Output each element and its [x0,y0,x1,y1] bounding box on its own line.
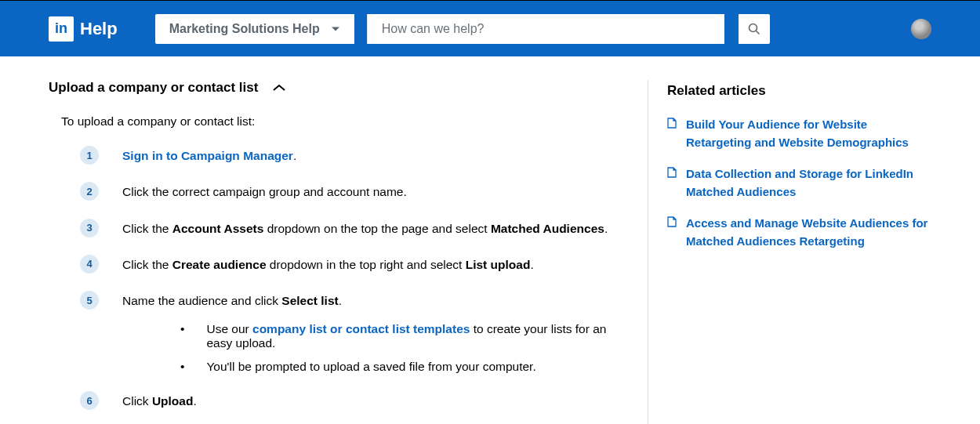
bullet-dot-icon: • [180,360,184,374]
main-column: Upload a company or contact list To uplo… [49,80,629,424]
step-text: Sign in to Campaign Manager. [122,146,296,165]
sub-bullet-text: You'll be prompted to upload a saved fil… [206,360,535,374]
step-number: 6 [80,391,99,410]
step-item: 6Click Upload. [80,391,629,410]
step-text: Click the correct campaign group and acc… [122,182,407,201]
related-link[interactable]: Build Your Audience for Website Retarget… [686,116,931,151]
svg-point-0 [749,24,757,31]
step-item: 5Name the audience and click Select list… [80,291,629,310]
linkedin-logo-icon: in [49,16,74,42]
search-button[interactable] [739,14,770,44]
header-bar: in Help Marketing Solutions Help [0,0,980,56]
step-text: Click Upload. [122,391,197,410]
svg-line-1 [756,31,759,34]
related-sidebar: Related articles Build Your Audience for… [667,80,931,424]
bold-text: List upload [466,258,531,271]
step-text: Name the audience and click Select list. [122,291,342,310]
step-number: 4 [80,255,99,274]
bullet-dot-icon: • [180,322,184,350]
sub-bullet-item: •Use our company list or contact list te… [180,322,629,350]
step-number: 2 [80,182,99,201]
help-topic-dropdown[interactable]: Marketing Solutions Help [155,14,354,44]
related-link[interactable]: Access and Manage Website Audiences for … [686,215,931,250]
avatar-wrap [911,19,931,39]
sub-bullet-item: •You'll be prompted to upload a saved fi… [180,360,629,374]
inline-link[interactable]: Sign in to Campaign Manager [122,149,293,162]
caret-down-icon [331,26,340,32]
search-input[interactable] [367,14,724,44]
bold-text: Account Assets [172,222,264,235]
bold-text: Select list [281,294,338,307]
sub-bullet-list: •Use our company list or contact list te… [180,322,629,374]
help-label: Help [80,19,118,39]
section-toggle[interactable]: Upload a company or contact list [49,80,629,96]
user-avatar[interactable] [911,19,931,39]
inline-link[interactable]: company list or contact list templates [252,322,470,335]
step-item: 2Click the correct campaign group and ac… [80,182,629,201]
bold-text: Upload [152,394,194,408]
related-link[interactable]: Data Collection and Storage for LinkedIn… [686,165,931,201]
logo-area[interactable]: in Help [49,16,118,42]
document-icon [667,118,677,129]
intro-text: To upload a company or contact list: [61,114,629,129]
step-item: 4Click the Create audience dropdown in t… [80,255,629,274]
step-text: Click the Create audience dropdown in th… [122,255,534,274]
bold-text: Create audience [172,258,267,271]
step-item: 3Click the Account Assets dropdown on th… [80,219,629,237]
step-number: 5 [80,291,99,310]
topic-label: Marketing Solutions Help [169,22,320,36]
related-list: Build Your Audience for Website Retarget… [667,116,931,250]
document-icon [667,167,677,178]
related-item: Data Collection and Storage for LinkedIn… [667,165,931,201]
related-item: Access and Manage Website Audiences for … [667,215,931,250]
steps-list: 1Sign in to Campaign Manager.2Click the … [80,146,629,411]
section-title: Upload a company or contact list [49,80,258,96]
step-item: 1Sign in to Campaign Manager. [80,146,629,165]
sub-bullet-text: Use our company list or contact list tem… [206,322,629,350]
logo-letters: in [55,20,67,37]
bold-text: Matched Audiences [491,222,604,235]
document-icon [667,216,677,227]
step-number: 1 [80,146,99,165]
vertical-divider [648,80,648,424]
chevron-up-icon [272,84,286,92]
sidebar-title: Related articles [667,83,931,99]
related-item: Build Your Audience for Website Retarget… [667,116,931,151]
step-number: 3 [80,219,99,237]
search-icon [748,23,760,35]
content-area: Upload a company or contact list To uplo… [0,56,980,424]
step-text: Click the Account Assets dropdown on the… [122,219,608,237]
